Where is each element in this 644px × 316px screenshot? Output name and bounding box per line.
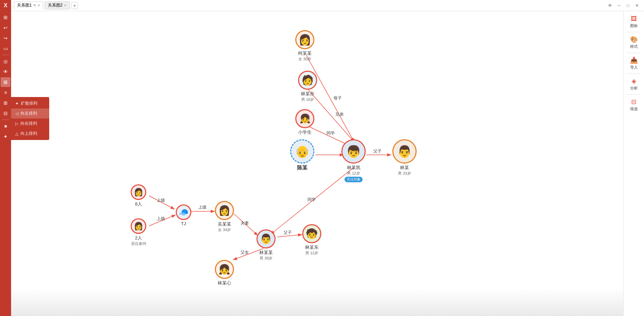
tab-1-label: 关系图1 [17,2,32,8]
node-wu[interactable]: 👩 吴某某 女 34岁 [215,201,234,232]
menu-right-label: 向右排列 [20,121,37,126]
node-wu-label: 吴某某 [218,221,231,227]
sidebar-table-button[interactable]: ⊞ [1,98,10,108]
sidebar-pin-button[interactable]: ✦ [1,132,10,141]
node-linxiaoyi-circle: 🧑 [298,71,317,90]
node-linmain-label: 林某 [400,165,409,171]
analyze-tool-icon: ◈ [632,77,636,85]
node-tj-label: TJ [181,221,186,226]
right-analyze-button[interactable]: ◈ 分析 [625,76,643,92]
node-wu-sublabel: 女 34岁 [218,227,231,232]
node-linmoumou[interactable]: 👨 林某某 男 39岁 [256,229,276,261]
menu-up[interactable]: △ 向上排列 [11,129,49,139]
import-tool-label: 导入 [630,65,638,70]
left-sidebar: ⊞ ↩ ↪ ▭ ◎ 👁 ⊠ ≡ ⊞ ⊟ ★ ✦ [0,11,11,316]
layout-menu: ✦ 扩散排列 ◁ 向左排列 ▷ 向右排列 △ 向上排列 [11,97,49,140]
node-linmain-sublabel: 男 33岁 [398,171,411,176]
sidebar-redo-button[interactable]: ↪ [1,33,10,43]
node-baren[interactable]: 👩 8人 [131,184,146,207]
right-import-button[interactable]: 📥 导入 [625,55,643,71]
tab-2-close-icon[interactable]: ✕ [64,3,67,7]
right-divider-1 [627,32,641,32]
sidebar-rect-button[interactable]: ▭ [1,44,10,53]
edge-label-xiongdi: 兄弟 [335,112,343,117]
sidebar-list-button[interactable]: ≡ [1,88,10,97]
right-divider-4 [627,94,641,95]
node-linmou-sublabel: 男 12岁 [347,171,360,176]
node-ke-label: 柯某某 [298,50,312,56]
node-baren-circle: 👩 [131,184,146,200]
expand-icon: ✦ [15,101,19,106]
edge-label-shangji2: 上级 [157,216,165,221]
right-filter-button[interactable]: ⊟ 筛选 [625,97,643,113]
node-erren[interactable]: 👩 2人 居住泰州 [131,218,146,246]
edge-label-tongxue2: 同学 [307,197,316,202]
sidebar-home-button[interactable]: ⊞ [1,12,10,22]
edge-label-fuzi: 父子 [373,149,382,153]
tab-1-close-icon[interactable]: ✕ [37,3,40,7]
tab-2-label: 关系图2 [48,2,63,8]
node-linmodong-sublabel: 男 12岁 [305,251,318,256]
sidebar-divider-1 [2,55,9,55]
analyze-tool-label: 分析 [630,86,638,91]
right-divider-2 [627,53,641,53]
node-erren-circle: 👩 [131,218,146,234]
menu-left[interactable]: ◁ 向左排列 [11,108,49,119]
node-linmoumou-circle: 👨 [256,229,276,248]
sidebar-view-button[interactable]: ◎ [1,56,10,66]
node-erren-label: 2人 [135,235,142,241]
eye-button[interactable]: 👁 [606,1,614,10]
node-chen-circle: 👴 [290,139,314,164]
edge-linmoumou-linmodong [277,235,302,237]
import-tool-icon: 📥 [630,56,638,64]
sidebar-star-button[interactable]: ★ [1,121,10,131]
node-linmodong[interactable]: 🧒 林某东 男 12岁 [302,224,321,256]
node-ke-circle: 👩 [295,30,314,49]
tab-1[interactable]: 关系图1 ✎ ✕ [14,1,43,9]
close-button[interactable]: ✕ [633,1,641,10]
node-ke[interactable]: 👩 柯某某 女 30岁 [295,30,314,62]
node-linmou[interactable]: 👦 林某凯 男 12岁 关注对象 [341,139,366,182]
sidebar-undo-button[interactable]: ↩ [1,23,10,33]
node-linmoxin-label: 林某心 [218,280,231,286]
tab-1-edit-icon[interactable]: ✎ [33,3,36,7]
filter-tool-icon: ⊟ [631,98,636,106]
node-primary-label: 小学生 [298,129,312,135]
node-linmain[interactable]: 👨 林某 男 33岁 [392,139,417,176]
maximize-button[interactable]: □ [624,1,632,10]
node-linmoumou-sublabel: 男 39岁 [260,256,272,261]
window-controls: 👁 ─ □ ✕ [606,1,644,10]
right-style-button[interactable]: 🎨 样式 [625,34,643,51]
left-icon: ◁ [15,111,18,116]
app-logo: X [0,0,11,11]
node-linxiaoyi-sublabel: 男 18岁 [301,97,314,102]
minimize-button[interactable]: ─ [615,1,623,10]
menu-right[interactable]: ▷ 向右排列 [11,119,49,129]
tab-2[interactable]: 关系图2 ✕ [45,1,70,9]
sidebar-layout-button[interactable]: ⊠ [1,77,10,87]
add-tab-button[interactable]: + [71,2,78,9]
tab-strip: 关系图1 ✎ ✕ 关系图2 ✕ + [11,1,606,9]
node-tj-circle: 🧢 [176,204,191,220]
right-sidebar: 🖼 图标 🎨 样式 📥 导入 ◈ 分析 ⊟ 筛选 [623,11,644,316]
menu-expand[interactable]: ✦ 扩散排列 [11,98,49,108]
graph-svg: 母子 兄弟 同学 父子 同学 上级 上级 上级 夫妻 父子 父女 [11,11,623,316]
sidebar-link-button[interactable]: ⊟ [1,108,10,118]
node-primary[interactable]: 👧 小学生 [295,109,314,135]
node-linmoxin[interactable]: 👧 林某心 [215,260,234,286]
node-linmain-circle: 👨 [392,139,417,164]
edge-label-tongxue1: 同学 [327,131,335,135]
right-icon-button[interactable]: 🖼 图标 [625,14,643,30]
node-linxiaoyi[interactable]: 🧑 林某亦 男 18岁 [298,71,317,102]
icon-tool-icon: 🖼 [631,15,637,23]
sidebar-divider-2 [2,120,9,120]
graph-canvas[interactable]: 母子 兄弟 同学 父子 同学 上级 上级 上级 夫妻 父子 父女 [11,11,623,316]
menu-left-label: 向左排列 [20,111,37,116]
style-tool-icon: 🎨 [630,36,638,43]
node-linmou-badge: 关注对象 [345,177,363,182]
node-erren-sublabel: 居住泰州 [131,241,146,246]
node-chen[interactable]: 👴 陈某 [290,139,314,171]
node-tj[interactable]: 🧢 TJ [176,204,191,226]
edge-label-fuqi: 夫妻 [241,221,249,226]
sidebar-eye-button[interactable]: 👁 [1,67,10,77]
